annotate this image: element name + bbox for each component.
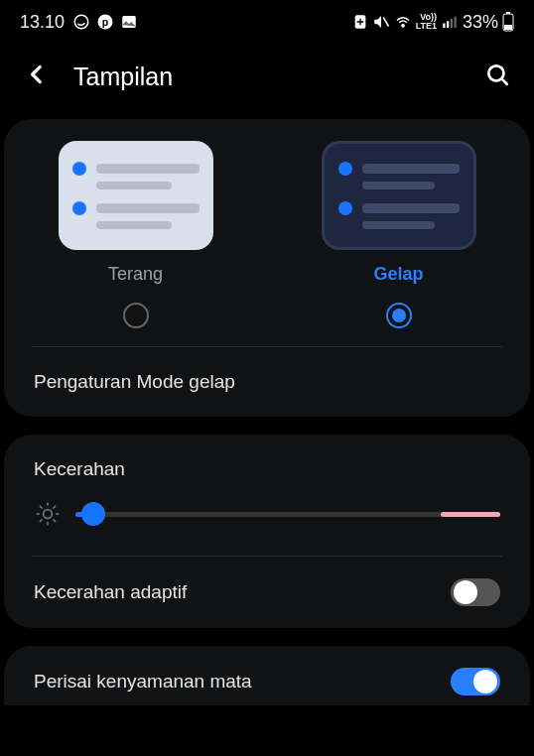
- gallery-icon: [120, 13, 138, 31]
- dark-mode-settings-row[interactable]: Pengaturan Mode gelap: [4, 347, 530, 417]
- svg-line-21: [40, 506, 42, 508]
- wifi-icon: [394, 13, 412, 31]
- svg-rect-8: [447, 21, 449, 28]
- eye-comfort-label: Perisai kenyamanan mata: [34, 671, 252, 693]
- page-title: Tampilan: [73, 63, 173, 91]
- svg-point-0: [74, 15, 88, 29]
- svg-line-23: [40, 520, 42, 522]
- svg-rect-9: [451, 19, 453, 28]
- mode-option-light[interactable]: Terang: [4, 141, 267, 346]
- battery-icon: [502, 12, 514, 32]
- sun-icon: [34, 500, 62, 528]
- brightness-slider[interactable]: [75, 502, 500, 526]
- mode-option-dark[interactable]: Gelap: [267, 141, 530, 346]
- volte-indicator: Vo)) LTE1: [416, 13, 437, 31]
- whatsapp-icon: [72, 13, 90, 31]
- header: Tampilan: [0, 44, 534, 119]
- status-bar: 13.10 p Vo)) LTE1 33%: [0, 0, 534, 44]
- eye-comfort-row[interactable]: Perisai kenyamanan mata: [4, 646, 530, 705]
- data-saver-icon: [352, 14, 368, 30]
- battery-percent: 33%: [463, 12, 498, 33]
- back-button[interactable]: [24, 62, 50, 91]
- radio-light[interactable]: [123, 303, 149, 328]
- svg-rect-12: [506, 12, 510, 14]
- svg-rect-7: [443, 24, 445, 29]
- pinterest-icon: p: [96, 13, 114, 31]
- adaptive-brightness-toggle[interactable]: [451, 578, 500, 606]
- adaptive-brightness-label: Kecerahan adaptif: [34, 581, 187, 603]
- adaptive-brightness-row[interactable]: Kecerahan adaptif: [4, 557, 530, 628]
- svg-line-24: [54, 506, 56, 508]
- dark-preview-icon: [322, 141, 476, 250]
- svg-text:p: p: [102, 16, 108, 28]
- svg-point-16: [44, 510, 53, 519]
- eye-comfort-card: Perisai kenyamanan mata: [4, 646, 530, 705]
- radio-dark[interactable]: [386, 303, 412, 328]
- svg-line-22: [54, 520, 56, 522]
- light-preview-icon: [59, 141, 213, 250]
- eye-comfort-toggle[interactable]: [451, 668, 500, 695]
- slider-thumb[interactable]: [81, 502, 105, 526]
- svg-point-6: [402, 25, 404, 27]
- svg-rect-10: [454, 17, 456, 28]
- mode-label-dark: Gelap: [373, 264, 423, 285]
- svg-line-5: [383, 18, 388, 27]
- mute-icon: [372, 13, 390, 31]
- status-left: 13.10 p: [20, 12, 138, 33]
- signal-icon: [441, 13, 459, 31]
- mode-label-light: Terang: [108, 264, 163, 285]
- status-right: Vo)) LTE1 33%: [352, 12, 514, 33]
- mode-selector: Terang Gelap: [4, 119, 530, 346]
- dark-mode-settings-label: Pengaturan Mode gelap: [34, 371, 235, 392]
- brightness-card: Kecerahan Kecerahan adaptif: [4, 435, 530, 628]
- brightness-slider-row: [4, 486, 530, 556]
- brightness-title: Kecerahan: [4, 435, 530, 486]
- theme-card: Terang Gelap Pengaturan Mode gelap: [4, 119, 530, 417]
- svg-rect-13: [504, 25, 512, 30]
- search-button[interactable]: [484, 62, 510, 91]
- status-time: 13.10: [20, 12, 65, 33]
- svg-line-15: [501, 78, 506, 83]
